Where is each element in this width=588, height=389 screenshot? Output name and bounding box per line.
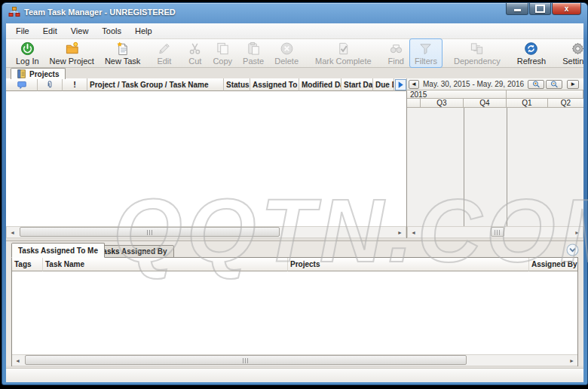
- gantt-quarter-cell: Q2: [548, 99, 583, 108]
- button-label: Edit: [157, 57, 171, 66]
- tab-projects[interactable]: Projects: [11, 68, 66, 79]
- app-icon: [8, 6, 20, 18]
- scrollbar-thumb[interactable]: [20, 227, 280, 237]
- gantt-year-cell: 2015: [407, 90, 507, 99]
- gantt-next-button[interactable]: ►: [567, 80, 579, 89]
- scrollbar-track[interactable]: [23, 355, 566, 366]
- bottom-panel: Tasks Assigned To Me Tasks Assigned By T…: [6, 240, 583, 366]
- column-header-attachment[interactable]: [38, 78, 63, 91]
- filters-button[interactable]: Filters: [409, 38, 443, 68]
- column-header-task-name[interactable]: Task Name: [43, 258, 288, 271]
- copy-button[interactable]: Copy: [207, 38, 237, 68]
- scrollbar-track[interactable]: [419, 227, 571, 237]
- task-grid-pane: ! Project / Task Group / Task Name Statu…: [6, 78, 407, 238]
- bottom-hscrollbar[interactable]: ◄ ►: [12, 354, 577, 366]
- expand-columns-button[interactable]: [394, 78, 407, 91]
- chevron-down-circle-icon: [566, 244, 579, 256]
- menu-view[interactable]: View: [64, 25, 96, 37]
- column-header-due-date[interactable]: Due Date: [373, 78, 394, 91]
- find-binoculars-icon: [389, 41, 403, 56]
- projects-list-icon: [17, 69, 26, 78]
- title-bar[interactable]: Team Task Manager - UNREGISTERED x: [2, 3, 587, 21]
- zoom-in-magnifier-icon: [531, 80, 541, 89]
- refresh-button[interactable]: Refresh: [512, 38, 552, 68]
- column-header-modified-date[interactable]: Modified Date: [299, 78, 341, 91]
- gantt-date-range: May. 30, 2015 - May. 29, 2016: [423, 80, 524, 88]
- find-button[interactable]: Find: [383, 38, 409, 68]
- gantt-prev-button[interactable]: ◄: [409, 80, 419, 89]
- new-task-button[interactable]: New Task: [100, 38, 145, 68]
- copy-pages-icon: [216, 41, 230, 56]
- paste-clipboard-icon: [247, 41, 261, 56]
- maximize-button[interactable]: [529, 3, 551, 15]
- column-header-tags[interactable]: Tags: [12, 258, 43, 271]
- scroll-left-arrow-icon[interactable]: ◄: [12, 355, 23, 366]
- gantt-hscrollbar[interactable]: ◄ ►: [407, 226, 583, 238]
- edit-button[interactable]: Edit: [152, 38, 176, 68]
- blue-arrow-right-icon: [395, 79, 406, 90]
- login-button[interactable]: Log In: [11, 38, 44, 68]
- paste-button[interactable]: Paste: [237, 38, 269, 68]
- menu-edit[interactable]: Edit: [36, 25, 64, 37]
- column-header-assigned-to[interactable]: Assigned To: [250, 78, 299, 91]
- column-header-comment[interactable]: [6, 78, 38, 91]
- dependency-button[interactable]: Dependency: [449, 38, 506, 68]
- gantt-chart-body[interactable]: [407, 108, 583, 226]
- collapse-panel-button[interactable]: [566, 244, 579, 256]
- settings-button[interactable]: Settings: [557, 38, 583, 68]
- scroll-left-arrow-icon[interactable]: ◄: [7, 227, 18, 237]
- scroll-left-arrow-icon[interactable]: ◄: [408, 227, 419, 237]
- button-label: Dependency: [454, 57, 501, 66]
- zoom-out-magnifier-icon: [550, 80, 559, 89]
- tab-tasks-assigned-to-me[interactable]: Tasks Assigned To Me: [11, 243, 105, 258]
- minimize-button[interactable]: [506, 3, 528, 15]
- scrollbar-thumb[interactable]: [25, 355, 467, 365]
- menu-bar: File Edit View Tools Help: [6, 23, 583, 39]
- scrollbar-track[interactable]: [18, 227, 394, 237]
- button-label: Refresh: [517, 57, 547, 66]
- window-title: Team Task Manager - UNREGISTERED: [24, 8, 176, 17]
- refresh-arrows-icon: [524, 41, 538, 56]
- menu-help[interactable]: Help: [128, 25, 159, 37]
- task-grid-body[interactable]: [6, 91, 406, 226]
- delete-button[interactable]: Delete: [269, 38, 304, 68]
- column-header-start-date[interactable]: Start Date: [341, 78, 373, 91]
- assigned-tasks-header: Tags Task Name Projects Assigned By: [12, 258, 577, 271]
- task-grid-header: ! Project / Task Group / Task Name Statu…: [6, 78, 407, 91]
- close-button[interactable]: x: [552, 3, 581, 15]
- scroll-right-arrow-icon[interactable]: ►: [571, 227, 583, 237]
- delete-circle-icon: [280, 41, 294, 56]
- column-header-status[interactable]: Status: [224, 78, 250, 91]
- gantt-year-row: 2015: [407, 90, 583, 99]
- gantt-zoom-in-button[interactable]: [528, 80, 544, 89]
- edit-pencil-icon: [157, 41, 171, 56]
- new-project-folder-icon: [65, 41, 79, 56]
- cut-button[interactable]: Cut: [182, 38, 207, 68]
- scrollbar-thumb[interactable]: [491, 227, 504, 237]
- gantt-quarter-cell: Q3: [421, 99, 464, 108]
- column-header-priority[interactable]: !: [63, 78, 87, 91]
- gantt-quarter-cell: [407, 99, 421, 108]
- column-header-projects[interactable]: Projects: [288, 258, 529, 271]
- scroll-right-arrow-icon[interactable]: ►: [394, 227, 406, 237]
- button-label: Settings: [562, 57, 583, 66]
- gantt-quarter-cell: Q1: [507, 99, 548, 108]
- scroll-right-arrow-icon[interactable]: ►: [566, 355, 577, 366]
- toolbar: Log In New Project New Task Edit: [6, 39, 583, 68]
- button-label: Delete: [274, 57, 299, 66]
- column-header-name[interactable]: Project / Task Group / Task Name: [87, 78, 224, 91]
- mark-complete-button[interactable]: Mark Complete: [310, 38, 377, 68]
- gantt-nav-bar: ◄ May. 30, 2015 - May. 29, 2016 ►: [407, 78, 583, 90]
- login-power-icon: [20, 41, 35, 56]
- task-grid-hscrollbar[interactable]: ◄ ►: [6, 226, 406, 238]
- menu-file[interactable]: File: [9, 25, 36, 37]
- cut-scissors-icon: [188, 41, 202, 56]
- close-icon: x: [565, 5, 569, 13]
- column-header-assigned-by[interactable]: Assigned By: [529, 258, 577, 271]
- new-project-button[interactable]: New Project: [44, 38, 100, 68]
- tab-label: Tasks Assigned By: [99, 247, 167, 256]
- gantt-zoom-out-button[interactable]: [546, 80, 562, 89]
- assigned-tasks-body[interactable]: [12, 271, 577, 354]
- menu-tools[interactable]: Tools: [95, 25, 128, 37]
- button-label: Mark Complete: [315, 57, 372, 66]
